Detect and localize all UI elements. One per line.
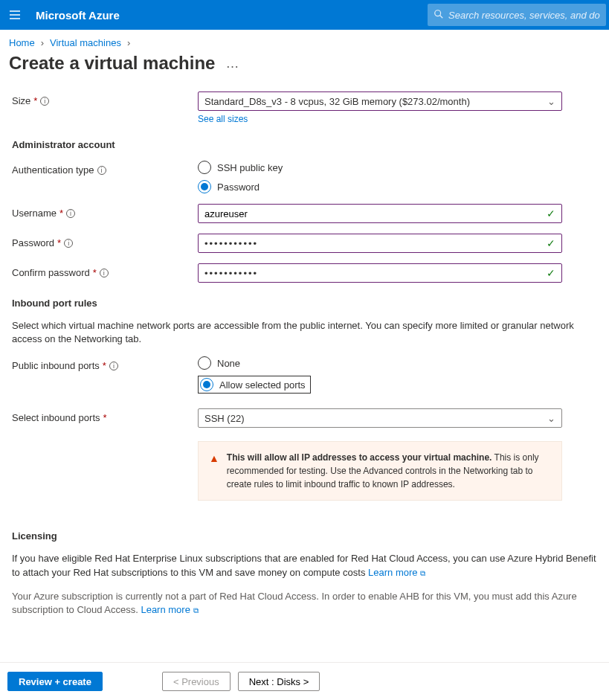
breadcrumb-virtual-machines[interactable]: Virtual machines xyxy=(50,37,121,48)
svg-line-1 xyxy=(440,15,443,18)
auth-password-radio[interactable]: Password xyxy=(198,180,562,193)
confirm-password-field[interactable]: ••••••••••• xyxy=(204,268,258,279)
ports-section-header: Inbound port rules xyxy=(12,298,597,309)
licensing-desc-1: If you have eligible Red Hat Enterprise … xyxy=(12,552,597,579)
auth-password-label: Password xyxy=(217,182,260,193)
ports-warning: ▲ This will allow all IP addresses to ac… xyxy=(198,441,562,501)
chevron-right-icon: › xyxy=(127,37,130,48)
breadcrumb: Home › Virtual machines › xyxy=(0,30,609,51)
radio-icon xyxy=(200,378,213,391)
size-dropdown[interactable]: Standard_D8s_v3 - 8 vcpus, 32 GiB memory… xyxy=(198,91,562,111)
breadcrumb-home[interactable]: Home xyxy=(9,37,35,48)
learn-more-link[interactable]: Learn more ⧉ xyxy=(141,604,198,615)
chevron-down-icon: ⌄ xyxy=(547,413,555,424)
info-icon[interactable]: i xyxy=(40,97,49,106)
previous-button[interactable]: < Previous xyxy=(162,672,231,691)
select-ports-label: Select inbound ports xyxy=(12,412,100,423)
select-ports-value: SSH (22) xyxy=(204,413,244,424)
password-field[interactable]: ••••••••••• xyxy=(204,238,258,249)
required-indicator: * xyxy=(33,95,37,106)
external-link-icon: ⧉ xyxy=(193,606,199,614)
chevron-right-icon: › xyxy=(41,37,44,48)
checkmark-icon: ✓ xyxy=(547,237,555,249)
public-ports-label: Public inbound ports xyxy=(12,360,100,371)
svg-point-0 xyxy=(435,10,441,16)
size-value: Standard_D8s_v3 - 8 vcpus, 32 GiB memory… xyxy=(204,96,470,107)
auth-ssh-radio[interactable]: SSH public key xyxy=(198,161,562,174)
required-indicator: * xyxy=(103,412,107,423)
size-label: Size xyxy=(12,95,30,106)
wizard-footer: Review + create < Previous Next : Disks … xyxy=(0,662,609,700)
warning-icon: ▲ xyxy=(209,451,219,491)
brand-label: Microsoft Azure xyxy=(30,9,120,22)
auth-ssh-label: SSH public key xyxy=(217,162,283,173)
confirm-password-label: Confirm password xyxy=(12,267,90,278)
see-all-sizes-link[interactable]: See all sizes xyxy=(198,114,248,124)
password-input[interactable]: ••••••••••• ✓ xyxy=(198,234,562,253)
ports-allow-radio[interactable]: Allow selected ports xyxy=(198,376,311,394)
ports-none-label: None xyxy=(217,358,240,369)
info-icon[interactable]: i xyxy=(100,269,109,277)
select-ports-dropdown[interactable]: SSH (22) ⌄ xyxy=(198,408,562,428)
search-icon xyxy=(434,9,444,22)
username-field[interactable] xyxy=(204,208,547,219)
admin-section-header: Administrator account xyxy=(12,139,597,150)
required-indicator: * xyxy=(57,237,61,248)
page-title: Create a virtual machine xyxy=(9,53,215,74)
checkmark-icon: ✓ xyxy=(547,208,555,219)
password-label: Password xyxy=(12,237,54,248)
external-link-icon: ⧉ xyxy=(420,569,425,577)
auth-type-label: Authentication type xyxy=(12,164,94,176)
confirm-password-input[interactable]: ••••••••••• ✓ xyxy=(198,263,562,283)
info-icon[interactable]: i xyxy=(64,239,73,248)
licensing-section-header: Licensing xyxy=(12,530,597,542)
info-icon[interactable]: i xyxy=(97,166,106,175)
chevron-down-icon: ⌄ xyxy=(547,96,555,107)
radio-icon xyxy=(198,356,211,370)
licensing-desc-2: Your Azure subscription is currently not… xyxy=(12,590,597,617)
radio-icon xyxy=(198,180,211,193)
search-input[interactable] xyxy=(448,10,600,21)
hamburger-menu-icon[interactable] xyxy=(0,9,30,21)
username-input[interactable]: ✓ xyxy=(198,204,562,223)
ports-section-desc: Select which virtual machine network por… xyxy=(12,319,597,346)
ports-none-radio[interactable]: None xyxy=(198,356,562,370)
info-icon[interactable]: i xyxy=(109,362,118,370)
more-actions-icon[interactable]: … xyxy=(225,56,239,71)
required-indicator: * xyxy=(103,360,106,371)
info-icon[interactable]: i xyxy=(66,209,75,218)
required-indicator: * xyxy=(93,267,97,278)
global-search[interactable] xyxy=(428,4,606,26)
required-indicator: * xyxy=(59,208,63,219)
warning-strong: This will allow all IP addresses to acce… xyxy=(227,452,492,463)
next-button[interactable]: Next : Disks > xyxy=(238,672,320,691)
ports-allow-label: Allow selected ports xyxy=(219,379,306,391)
username-label: Username xyxy=(12,208,57,219)
radio-icon xyxy=(198,161,211,174)
review-create-button[interactable]: Review + create xyxy=(7,672,103,691)
learn-more-link[interactable]: Learn more ⧉ xyxy=(368,567,425,578)
checkmark-icon: ✓ xyxy=(547,267,555,279)
